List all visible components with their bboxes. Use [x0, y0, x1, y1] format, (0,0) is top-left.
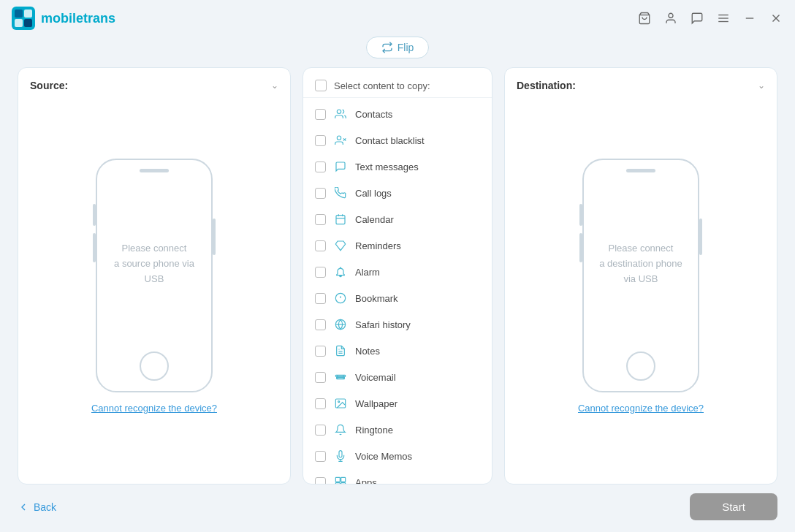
checkbox-text-messages[interactable]	[315, 162, 326, 172]
list-item-wallpaper[interactable]: Wallpaper	[303, 390, 492, 417]
content-list[interactable]: Contacts Contact blacklist Text messages…	[303, 98, 492, 484]
list-item-contact-blacklist[interactable]: Contact blacklist	[303, 127, 492, 153]
destination-panel-title: Destination:	[517, 80, 576, 91]
source-panel: Source: ⌄ Please connect a source phone …	[18, 67, 291, 484]
svg-point-6	[669, 13, 673, 18]
list-item-call-logs[interactable]: Call logs	[303, 180, 492, 206]
source-panel-chevron-icon[interactable]: ⌄	[271, 80, 278, 91]
label-apps: Apps	[355, 477, 377, 484]
menu-icon[interactable]	[716, 11, 731, 26]
list-item-voice-memos[interactable]: Voice Memos	[303, 443, 492, 469]
checkbox-calendar[interactable]	[315, 214, 326, 225]
svg-marker-21	[335, 241, 345, 251]
list-item-apps[interactable]: Apps	[303, 469, 492, 484]
destination-phone-mockup: Please connect a destination phone via U…	[582, 159, 699, 392]
list-item-ringtone[interactable]: Ringtone	[303, 417, 492, 443]
label-bookmark: Bookmark	[355, 293, 398, 304]
destination-panel-header: Destination: ⌄	[517, 80, 765, 91]
contact-blacklist-icon	[333, 133, 348, 148]
chat-icon[interactable]	[690, 11, 704, 26]
titlebar-left: mobiletrans	[12, 7, 115, 30]
list-item-text-messages[interactable]: Text messages	[303, 153, 492, 180]
list-item-contacts[interactable]: Contacts	[303, 101, 492, 127]
list-item-alarm[interactable]: Alarm	[303, 259, 492, 285]
back-button[interactable]: Back	[18, 501, 56, 513]
app-name: mobiletrans	[41, 11, 115, 26]
svg-rect-1	[15, 10, 23, 18]
calendar-icon	[333, 212, 348, 227]
flip-label: Flip	[398, 42, 414, 53]
destination-phone-text: Please connect a destination phone via U…	[590, 241, 691, 286]
svg-rect-2	[24, 10, 32, 18]
text-messages-icon	[333, 159, 348, 174]
list-item-bookmark[interactable]: Bookmark	[303, 285, 492, 311]
checkbox-reminders[interactable]	[315, 240, 326, 251]
source-cannot-link[interactable]: Cannot recognize the device?	[91, 403, 217, 414]
bottom-bar: Back Start	[0, 484, 795, 532]
select-all-checkbox[interactable]	[315, 80, 327, 91]
user-icon[interactable]	[663, 11, 678, 26]
checkbox-safari-history[interactable]	[315, 319, 326, 330]
ringtone-icon	[333, 422, 348, 437]
destination-panel: Destination: ⌄ Please connect a destinat…	[504, 67, 777, 484]
svg-rect-3	[15, 19, 23, 27]
list-item-notes[interactable]: Notes	[303, 338, 492, 364]
label-text-messages: Text messages	[355, 162, 419, 172]
destination-cannot-link[interactable]: Cannot recognize the device?	[578, 403, 704, 414]
alarm-icon	[333, 265, 348, 279]
content-panel-header: Select content to copy:	[303, 68, 492, 98]
checkbox-call-logs[interactable]	[315, 188, 326, 199]
source-phone-mockup: Please connect a source phone via USB	[96, 159, 213, 392]
svg-point-34	[338, 401, 340, 403]
label-safari-history: Safari history	[355, 319, 411, 330]
checkbox-alarm[interactable]	[315, 267, 326, 278]
content-header-label: Select content to copy:	[334, 80, 430, 91]
label-notes: Notes	[355, 346, 380, 357]
list-item-calendar[interactable]: Calendar	[303, 206, 492, 232]
titlebar: mobiletrans	[0, 0, 795, 37]
titlebar-right	[637, 11, 783, 26]
label-alarm: Alarm	[355, 267, 380, 278]
destination-panel-chevron-icon[interactable]: ⌄	[758, 80, 765, 91]
close-icon[interactable]	[769, 11, 783, 26]
checkbox-contacts[interactable]	[315, 109, 326, 120]
svg-point-14	[337, 136, 341, 140]
checkbox-voicemail[interactable]	[315, 372, 326, 383]
list-item-safari-history[interactable]: Safari history	[303, 311, 492, 338]
svg-rect-39	[335, 483, 340, 484]
call-logs-icon	[333, 186, 348, 200]
checkbox-notes[interactable]	[315, 346, 326, 357]
list-item-voicemail[interactable]: Voicemail	[303, 364, 492, 390]
source-phone-container: Please connect a source phone via USB Ca…	[30, 100, 278, 472]
svg-rect-38	[341, 477, 346, 482]
safari-history-icon	[333, 317, 348, 332]
list-item-reminders[interactable]: Reminders	[303, 232, 492, 259]
checkbox-voice-memos[interactable]	[315, 451, 326, 462]
label-voice-memos: Voice Memos	[355, 451, 412, 462]
flip-button[interactable]: Flip	[366, 37, 430, 58]
panels: Source: ⌄ Please connect a source phone …	[18, 67, 777, 484]
checkbox-ringtone[interactable]	[315, 425, 326, 436]
source-phone-text: Please connect a source phone via USB	[105, 241, 203, 286]
svg-rect-40	[341, 483, 346, 484]
checkbox-contact-blacklist[interactable]	[315, 135, 326, 146]
cart-icon[interactable]	[637, 11, 652, 26]
minimize-icon[interactable]	[742, 11, 757, 26]
checkbox-wallpaper[interactable]	[315, 398, 326, 409]
content-panel: Select content to copy: Contacts Contact…	[303, 67, 492, 484]
label-reminders: Reminders	[355, 240, 401, 251]
svg-point-13	[337, 110, 341, 113]
label-contacts: Contacts	[355, 109, 392, 120]
source-panel-title: Source:	[30, 80, 68, 91]
app-logo	[12, 7, 35, 30]
destination-phone-container: Please connect a destination phone via U…	[517, 100, 765, 472]
apps-icon	[333, 475, 348, 484]
checkbox-apps[interactable]	[315, 477, 326, 484]
svg-rect-17	[336, 216, 345, 224]
contacts-icon	[333, 107, 348, 121]
wallpaper-icon	[333, 396, 348, 411]
start-button[interactable]: Start	[690, 493, 777, 520]
label-wallpaper: Wallpaper	[355, 398, 398, 409]
source-panel-header: Source: ⌄	[30, 80, 278, 91]
checkbox-bookmark[interactable]	[315, 293, 326, 304]
